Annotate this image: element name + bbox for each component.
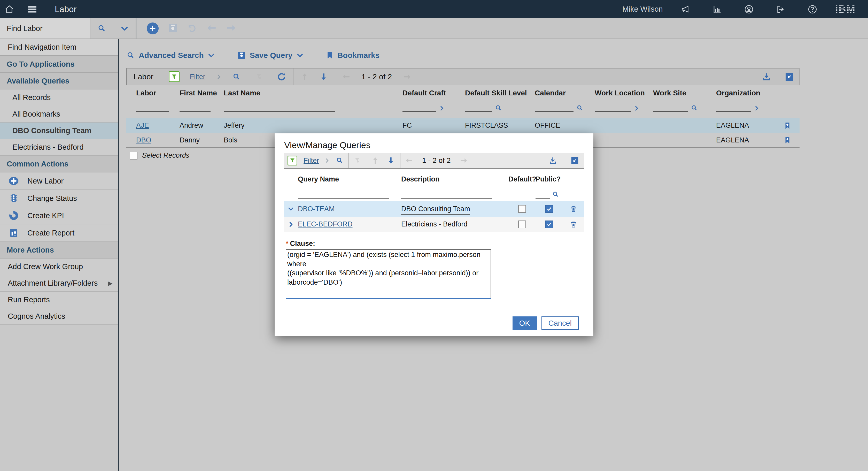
sidebar-item-run-reports[interactable]: Run Reports bbox=[0, 292, 118, 308]
next-page-icon[interactable] bbox=[457, 153, 471, 168]
public-filter-input[interactable] bbox=[535, 191, 550, 199]
column-header-organization[interactable]: Organization bbox=[716, 89, 775, 97]
filter-toggle-icon[interactable] bbox=[163, 68, 185, 85]
public-checkbox[interactable] bbox=[545, 220, 553, 228]
lookup-icon[interactable] bbox=[690, 104, 698, 112]
column-header-work-site[interactable]: Work Site bbox=[653, 89, 716, 97]
sidebar-header-available-queries[interactable]: Available Queries bbox=[0, 72, 118, 89]
filter-toggle-icon[interactable] bbox=[284, 153, 301, 168]
column-header-first-name[interactable]: First Name bbox=[180, 89, 224, 97]
profile-icon[interactable] bbox=[740, 0, 758, 18]
column-header-work-location[interactable]: Work Location bbox=[595, 89, 653, 97]
column-header-description[interactable]: Description bbox=[401, 172, 508, 183]
sidebar-item-create-kpi[interactable]: Create KPI bbox=[0, 207, 118, 225]
advanced-search-button[interactable]: Advanced Search bbox=[126, 51, 215, 60]
user-name[interactable]: Mike Wilson bbox=[622, 5, 663, 13]
skill-level-filter-input[interactable] bbox=[465, 105, 492, 112]
default-checkbox[interactable] bbox=[518, 205, 526, 213]
logout-icon[interactable] bbox=[772, 0, 790, 18]
table-search-icon[interactable] bbox=[333, 153, 347, 168]
row-bookmark-icon[interactable] bbox=[783, 136, 791, 145]
select-value-chevron-icon[interactable] bbox=[439, 105, 445, 112]
move-up-icon[interactable] bbox=[295, 68, 314, 85]
column-header-last-name[interactable]: Last Name bbox=[224, 89, 402, 97]
calendar-filter-input[interactable] bbox=[535, 105, 574, 112]
sidebar-item-create-report[interactable]: Create Report bbox=[0, 225, 118, 242]
help-icon[interactable] bbox=[803, 0, 822, 18]
sidebar-item-change-status[interactable]: Change Status bbox=[0, 190, 118, 207]
sidebar-item-new-labor[interactable]: New Labor bbox=[0, 172, 118, 190]
column-header-labor[interactable]: Labor bbox=[136, 89, 180, 97]
menu-icon[interactable] bbox=[23, 0, 41, 18]
sidebar-item-dbo-consulting-team[interactable]: DBO Consulting Team bbox=[0, 122, 118, 139]
next-record-icon[interactable] bbox=[226, 23, 237, 34]
default-craft-filter-input[interactable] bbox=[402, 105, 436, 112]
clear-filter-icon[interactable] bbox=[250, 68, 268, 85]
expand-row-chevron-icon[interactable] bbox=[287, 221, 294, 228]
last-name-filter-input[interactable] bbox=[224, 105, 335, 112]
select-value-chevron-icon[interactable] bbox=[753, 105, 760, 112]
previous-record-icon[interactable] bbox=[206, 23, 217, 34]
reports-chart-icon[interactable] bbox=[708, 0, 726, 18]
sidebar-item-attachment-library[interactable]: Attachment Library/Folders ▶ bbox=[0, 275, 118, 292]
column-header-calendar[interactable]: Calendar bbox=[535, 89, 595, 97]
column-header-default[interactable]: Default? bbox=[508, 172, 535, 183]
description-input[interactable]: DBO Consulting Team bbox=[401, 205, 470, 214]
query-name-filter-input[interactable] bbox=[298, 191, 389, 199]
delete-query-icon[interactable] bbox=[570, 205, 577, 213]
move-down-icon[interactable] bbox=[314, 68, 333, 85]
first-name-filter-input[interactable] bbox=[180, 105, 211, 112]
clear-filter-icon[interactable] bbox=[350, 153, 364, 168]
move-up-icon[interactable] bbox=[368, 153, 383, 168]
filter-expand-chevron-icon[interactable] bbox=[322, 153, 333, 168]
query-name-link[interactable]: DBO-TEAM bbox=[298, 205, 335, 213]
query-row[interactable]: ELEC-BEDFORD Electricians - Bedford bbox=[284, 217, 584, 232]
delete-query-icon[interactable] bbox=[570, 220, 577, 228]
sidebar-item-all-bookmarks[interactable]: All Bookmarks bbox=[0, 106, 118, 122]
labor-filter-input[interactable] bbox=[136, 105, 169, 112]
query-name-link[interactable]: ELEC-BEDFORD bbox=[298, 220, 352, 228]
filter-expand-chevron-icon[interactable] bbox=[211, 68, 227, 85]
public-checkbox[interactable] bbox=[545, 205, 553, 213]
column-header-query-name[interactable]: Query Name bbox=[298, 172, 401, 183]
lookup-icon[interactable] bbox=[576, 104, 584, 112]
download-icon[interactable] bbox=[544, 153, 562, 168]
find-search-button[interactable] bbox=[90, 18, 113, 38]
table-search-icon[interactable] bbox=[227, 68, 246, 85]
lookup-icon[interactable] bbox=[495, 104, 502, 112]
save-record-icon[interactable] bbox=[167, 23, 178, 34]
previous-page-icon[interactable] bbox=[337, 68, 356, 85]
home-icon[interactable] bbox=[0, 0, 18, 18]
clause-textarea[interactable]: (orgid = 'EAGLENA') and (exists (select … bbox=[286, 249, 491, 299]
work-location-filter-input[interactable] bbox=[595, 105, 631, 112]
minimize-table-icon[interactable] bbox=[565, 153, 584, 168]
find-labor-input[interactable]: Find Labor bbox=[0, 18, 90, 38]
labor-link[interactable]: DBO bbox=[136, 136, 151, 144]
cancel-button[interactable]: Cancel bbox=[541, 316, 579, 330]
bookmarks-button[interactable]: Bookmarks bbox=[326, 51, 379, 60]
next-page-icon[interactable] bbox=[398, 68, 417, 85]
labor-link[interactable]: AJE bbox=[136, 121, 149, 129]
default-checkbox[interactable] bbox=[518, 220, 526, 228]
column-header-default-craft[interactable]: Default Craft bbox=[402, 89, 465, 97]
announcement-icon[interactable] bbox=[676, 0, 695, 18]
minimize-table-icon[interactable] bbox=[780, 68, 799, 85]
filter-link[interactable]: Filter bbox=[301, 153, 322, 168]
previous-page-icon[interactable] bbox=[402, 153, 416, 168]
ok-button[interactable]: OK bbox=[513, 316, 537, 330]
filter-link[interactable]: Filter bbox=[185, 68, 211, 85]
save-query-button[interactable]: Save Query bbox=[237, 51, 304, 60]
select-value-chevron-icon[interactable] bbox=[633, 105, 640, 112]
refresh-icon[interactable] bbox=[272, 68, 292, 85]
find-options-chevron-icon[interactable] bbox=[113, 18, 135, 38]
sidebar-item-add-crew-work-group[interactable]: Add Crew Work Group bbox=[0, 259, 118, 275]
select-records-checkbox[interactable] bbox=[130, 152, 137, 159]
row-bookmark-icon[interactable] bbox=[783, 121, 791, 130]
sidebar-header-go-to-applications[interactable]: Go To Applications bbox=[0, 56, 118, 72]
column-header-default-skill-level[interactable]: Default Skill Level bbox=[465, 89, 535, 97]
find-navigation-input[interactable]: Find Navigation Item bbox=[0, 39, 118, 56]
download-icon[interactable] bbox=[757, 68, 776, 85]
sidebar-item-electricians-bedford[interactable]: Electricians - Bedford bbox=[0, 139, 118, 156]
work-site-filter-input[interactable] bbox=[653, 105, 688, 112]
collapse-row-chevron-icon[interactable] bbox=[287, 206, 294, 212]
